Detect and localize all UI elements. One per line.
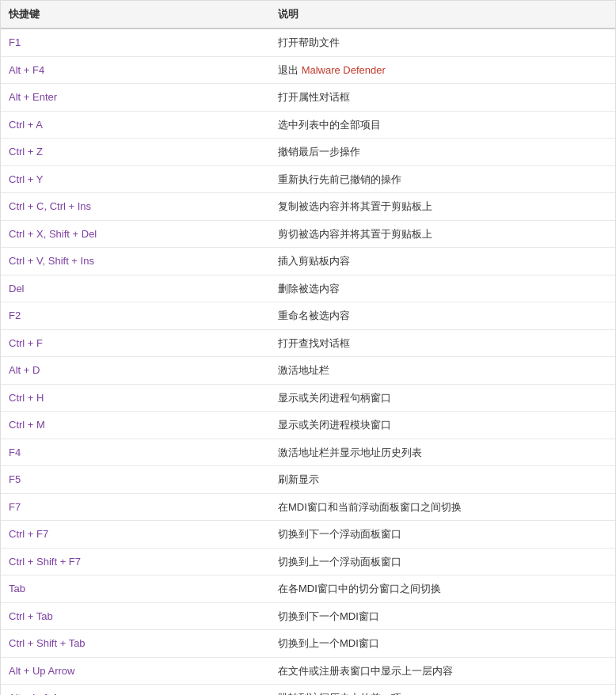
table-row: Ctrl + V, Shift + Ins插入剪贴板内容	[1, 248, 615, 275]
table-row: Ctrl + A选中列表中的全部项目	[1, 111, 615, 139]
table-row: F5刷新显示	[1, 466, 615, 494]
shortcut-desc: 复制被选内容并将其置于剪贴板上	[270, 193, 615, 221]
shortcut-key: Alt + D	[1, 357, 270, 385]
shortcut-key: Ctrl + Y	[1, 165, 270, 193]
table-row: Ctrl + F打开查找对话框	[1, 329, 615, 357]
shortcut-desc: 打开属性对话框	[270, 84, 615, 112]
table-row: Alt + D激活地址栏	[1, 357, 615, 385]
shortcut-desc: 激活地址栏	[270, 357, 615, 385]
shortcut-desc: 重新执行先前已撤销的操作	[270, 165, 615, 193]
shortcut-key: F2	[1, 302, 270, 330]
table-row: Ctrl + X, Shift + Del剪切被选内容并将其置于剪贴板上	[1, 220, 615, 248]
table-row: Alt + Left Arrow跳转到访问历史中的前一项	[1, 685, 615, 696]
table-row: Ctrl + Shift + F7切换到上一个浮动面板窗口	[1, 548, 615, 575]
shortcut-desc: 打开查找对话框	[270, 329, 615, 357]
shortcut-key: Ctrl + H	[1, 384, 270, 412]
shortcut-desc: 在各MDI窗口中的切分窗口之间切换	[270, 575, 615, 603]
table-row: Tab在各MDI窗口中的切分窗口之间切换	[1, 575, 615, 603]
shortcut-key: Alt + F4	[1, 56, 270, 84]
shortcut-desc: 剪切被选内容并将其置于剪贴板上	[270, 220, 615, 248]
shortcut-key: Ctrl + Z	[1, 139, 270, 166]
table-header-row: 快捷键 说明	[1, 1, 615, 28]
shortcut-key: Ctrl + Shift + Tab	[1, 630, 270, 658]
shortcut-key: F1	[1, 28, 270, 56]
shortcut-desc: 切换到上一个浮动面板窗口	[270, 548, 615, 575]
shortcut-desc: 选中列表中的全部项目	[270, 111, 615, 139]
table-row: Ctrl + Tab切换到下一个MDI窗口	[1, 602, 615, 630]
shortcut-key: Del	[1, 275, 270, 302]
shortcut-table: 快捷键 说明 F1打开帮助文件Alt + F4退出 Malware Defend…	[1, 1, 615, 695]
shortcut-key: Ctrl + Shift + F7	[1, 548, 270, 575]
shortcut-key: Alt + Left Arrow	[1, 685, 270, 696]
shortcut-desc: 在文件或注册表窗口中显示上一层内容	[270, 657, 615, 685]
shortcut-key: Ctrl + V, Shift + Ins	[1, 248, 270, 275]
shortcut-key: Ctrl + F	[1, 329, 270, 357]
table-row: Ctrl + F7切换到下一个浮动面板窗口	[1, 521, 615, 549]
shortcut-key: F4	[1, 439, 270, 466]
shortcut-key: Ctrl + F7	[1, 521, 270, 549]
shortcut-desc: 切换到下一个MDI窗口	[270, 602, 615, 630]
table-row: F2重命名被选内容	[1, 302, 615, 330]
table-row: Ctrl + M显示或关闭进程模块窗口	[1, 412, 615, 439]
table-row: Alt + Up Arrow在文件或注册表窗口中显示上一层内容	[1, 657, 615, 685]
table-row: F7在MDI窗口和当前浮动面板窗口之间切换	[1, 493, 615, 521]
shortcut-desc: 激活地址栏并显示地址历史列表	[270, 439, 615, 466]
table-row: Del删除被选内容	[1, 275, 615, 302]
table-row: Ctrl + H显示或关闭进程句柄窗口	[1, 384, 615, 412]
table-row: Ctrl + C, Ctrl + Ins复制被选内容并将其置于剪贴板上	[1, 193, 615, 221]
shortcut-desc: 显示或关闭进程句柄窗口	[270, 384, 615, 412]
shortcut-key: Ctrl + C, Ctrl + Ins	[1, 193, 270, 221]
table-row: Ctrl + Z撤销最后一步操作	[1, 139, 615, 166]
table-row: Ctrl + Y重新执行先前已撤销的操作	[1, 165, 615, 193]
table-row: Alt + Enter打开属性对话框	[1, 84, 615, 112]
table-row: Ctrl + Shift + Tab切换到上一个MDI窗口	[1, 630, 615, 658]
shortcut-desc: 重命名被选内容	[270, 302, 615, 330]
col-header-desc: 说明	[270, 1, 615, 28]
shortcut-desc: 打开帮助文件	[270, 28, 615, 56]
shortcut-desc: 撤销最后一步操作	[270, 139, 615, 166]
shortcut-desc: 退出 Malware Defender	[270, 56, 615, 84]
table-row: Alt + F4退出 Malware Defender	[1, 56, 615, 84]
shortcut-key: Tab	[1, 575, 270, 603]
table-row: F4激活地址栏并显示地址历史列表	[1, 439, 615, 466]
shortcut-desc: 刷新显示	[270, 466, 615, 494]
shortcut-table-container: 快捷键 说明 F1打开帮助文件Alt + F4退出 Malware Defend…	[0, 0, 616, 695]
shortcut-desc: 在MDI窗口和当前浮动面板窗口之间切换	[270, 493, 615, 521]
col-header-key: 快捷键	[1, 1, 270, 28]
shortcut-key: Ctrl + Tab	[1, 602, 270, 630]
shortcut-key: Ctrl + X, Shift + Del	[1, 220, 270, 248]
shortcut-key: Ctrl + M	[1, 412, 270, 439]
shortcut-desc: 显示或关闭进程模块窗口	[270, 412, 615, 439]
shortcut-key: Ctrl + A	[1, 111, 270, 139]
table-row: F1打开帮助文件	[1, 28, 615, 56]
shortcut-desc: 跳转到访问历史中的前一项	[270, 685, 615, 696]
shortcut-desc: 删除被选内容	[270, 275, 615, 302]
shortcut-key: Alt + Up Arrow	[1, 657, 270, 685]
shortcut-key: F5	[1, 466, 270, 494]
shortcut-key: F7	[1, 493, 270, 521]
shortcut-desc: 切换到上一个MDI窗口	[270, 630, 615, 658]
shortcut-desc: 切换到下一个浮动面板窗口	[270, 521, 615, 549]
shortcut-key: Alt + Enter	[1, 84, 270, 112]
shortcut-desc: 插入剪贴板内容	[270, 248, 615, 275]
